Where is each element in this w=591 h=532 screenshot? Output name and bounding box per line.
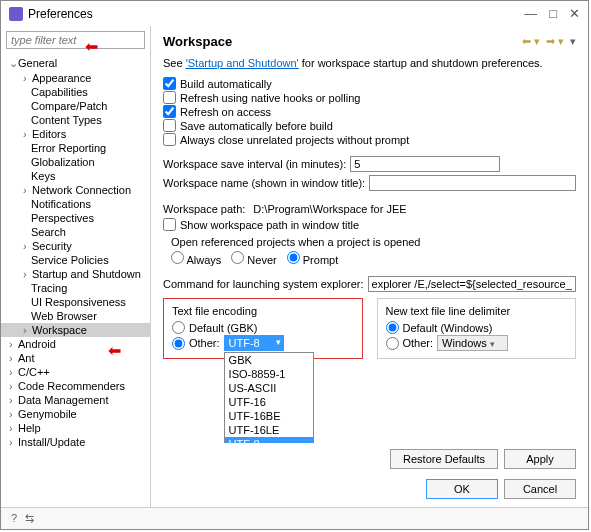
radio-enc-other[interactable] xyxy=(172,337,185,350)
ws-name-input[interactable] xyxy=(369,175,576,191)
forward-icon[interactable]: ➡ ▾ xyxy=(546,35,564,48)
tree-item[interactable]: Error Reporting xyxy=(1,141,150,155)
enc-option[interactable]: UTF-16LE xyxy=(225,423,313,437)
tree-item[interactable]: ›Network Connection xyxy=(1,183,150,197)
enc-option[interactable]: UTF-8 xyxy=(225,437,313,443)
titlebar: Preferences — □ ✕ xyxy=(1,1,588,26)
main-panel: Workspace ⬅ ▾ ➡ ▾ ▾ See 'Startup and Shu… xyxy=(151,26,588,507)
radio-always[interactable] xyxy=(171,251,184,264)
app-icon xyxy=(9,7,23,21)
cb-build-auto[interactable] xyxy=(163,77,176,90)
radio-never[interactable] xyxy=(231,251,244,264)
tree-item[interactable]: Service Policies xyxy=(1,253,150,267)
apply-button[interactable]: Apply xyxy=(504,449,576,469)
delimiter-group: New text file line delimiter Default (Wi… xyxy=(377,298,577,359)
menu-icon[interactable]: ▾ xyxy=(570,35,576,48)
tree-item[interactable]: ›Help xyxy=(1,421,150,435)
tree-workspace[interactable]: ›Workspace xyxy=(1,323,150,337)
save-interval-label: Workspace save interval (in minutes): xyxy=(163,158,346,170)
import-export-icon[interactable]: ⇆ xyxy=(25,512,34,525)
filter-input[interactable] xyxy=(6,31,145,49)
open-ref-label: Open referenced projects when a project … xyxy=(171,236,576,248)
minimize-icon[interactable]: — xyxy=(524,6,537,21)
tree-item[interactable]: ›Data Management xyxy=(1,393,150,407)
encoding-combo[interactable]: UTF-8 ▾ GBK ISO-8859-1 US-ASCII UTF-16 U… xyxy=(224,335,284,351)
back-icon[interactable]: ⬅ ▾ xyxy=(522,35,540,48)
maximize-icon[interactable]: □ xyxy=(549,6,557,21)
cb-refresh-access[interactable] xyxy=(163,105,176,118)
enc-option[interactable]: UTF-16BE xyxy=(225,409,313,423)
cmd-input[interactable] xyxy=(368,276,576,292)
preference-tree[interactable]: ⌄General ›Appearance Capabilities Compar… xyxy=(1,54,150,507)
tree-item[interactable]: ›Ant xyxy=(1,351,150,365)
enc-option[interactable]: US-ASCII xyxy=(225,381,313,395)
tree-item[interactable]: Capabilities xyxy=(1,85,150,99)
tree-item[interactable]: Tracing xyxy=(1,281,150,295)
radio-delim-other[interactable] xyxy=(386,337,399,350)
cb-native-hooks[interactable] xyxy=(163,91,176,104)
ws-name-label: Workspace name (shown in window title): xyxy=(163,177,365,189)
tree-item[interactable]: ›Editors xyxy=(1,127,150,141)
close-icon[interactable]: ✕ xyxy=(569,6,580,21)
tree-item[interactable]: ›Install/Update xyxy=(1,435,150,449)
help-icon[interactable]: ? xyxy=(11,512,17,525)
tree-item[interactable]: ›Startup and Shutdown xyxy=(1,267,150,281)
ws-path-value: D:\Program\Workspace for JEE xyxy=(253,203,406,215)
restore-defaults-button[interactable]: Restore Defaults xyxy=(390,449,498,469)
tree-item[interactable]: Content Types xyxy=(1,113,150,127)
startup-link[interactable]: 'Startup and Shutdown' xyxy=(186,57,299,69)
encoding-dropdown-list[interactable]: GBK ISO-8859-1 US-ASCII UTF-16 UTF-16BE … xyxy=(224,352,314,443)
tree-item[interactable]: Perspectives xyxy=(1,211,150,225)
tree-item[interactable]: Compare/Patch xyxy=(1,99,150,113)
page-title: Workspace xyxy=(163,34,522,49)
window-title: Preferences xyxy=(28,7,524,21)
chevron-down-icon: ▾ xyxy=(276,337,281,347)
tree-item[interactable]: Keys xyxy=(1,169,150,183)
tree-item[interactable]: UI Responsiveness xyxy=(1,295,150,309)
tree-item[interactable]: ›C/C++ xyxy=(1,365,150,379)
delimiter-combo[interactable]: Windows ▾ xyxy=(437,335,508,351)
tree-general[interactable]: ⌄General xyxy=(1,56,150,71)
save-interval-input[interactable] xyxy=(350,156,500,172)
cmd-label: Command for launching system explorer: xyxy=(163,278,364,290)
cb-close-unrelated[interactable] xyxy=(163,133,176,146)
enc-option[interactable]: UTF-16 xyxy=(225,395,313,409)
tree-item[interactable]: ›Android xyxy=(1,337,150,351)
sidebar: ⌄General ›Appearance Capabilities Compar… xyxy=(1,26,151,507)
enc-option[interactable]: GBK xyxy=(225,353,313,367)
chevron-down-icon: ▾ xyxy=(490,339,495,349)
tree-item[interactable]: ›Security xyxy=(1,239,150,253)
tree-item[interactable]: Web Browser xyxy=(1,309,150,323)
cancel-button[interactable]: Cancel xyxy=(504,479,576,499)
radio-enc-default[interactable] xyxy=(172,321,185,334)
radio-delim-default[interactable] xyxy=(386,321,399,334)
tree-item[interactable]: Search xyxy=(1,225,150,239)
tree-item[interactable]: Globalization xyxy=(1,155,150,169)
cb-save-before-build[interactable] xyxy=(163,119,176,132)
cb-show-path[interactable] xyxy=(163,218,176,231)
tree-item[interactable]: ›Genymobile xyxy=(1,407,150,421)
encoding-group: Text file encoding Default (GBK) Other: … xyxy=(163,298,363,359)
radio-prompt[interactable] xyxy=(287,251,300,264)
ws-path-label: Workspace path: xyxy=(163,203,245,215)
tree-item[interactable]: ›Code Recommenders xyxy=(1,379,150,393)
tree-item[interactable]: Notifications xyxy=(1,197,150,211)
nav-toolbar: ⬅ ▾ ➡ ▾ ▾ xyxy=(522,35,576,48)
enc-option[interactable]: ISO-8859-1 xyxy=(225,367,313,381)
ok-button[interactable]: OK xyxy=(426,479,498,499)
tree-item[interactable]: ›Appearance xyxy=(1,71,150,85)
intro-text: See 'Startup and Shutdown' for workspace… xyxy=(163,57,576,69)
